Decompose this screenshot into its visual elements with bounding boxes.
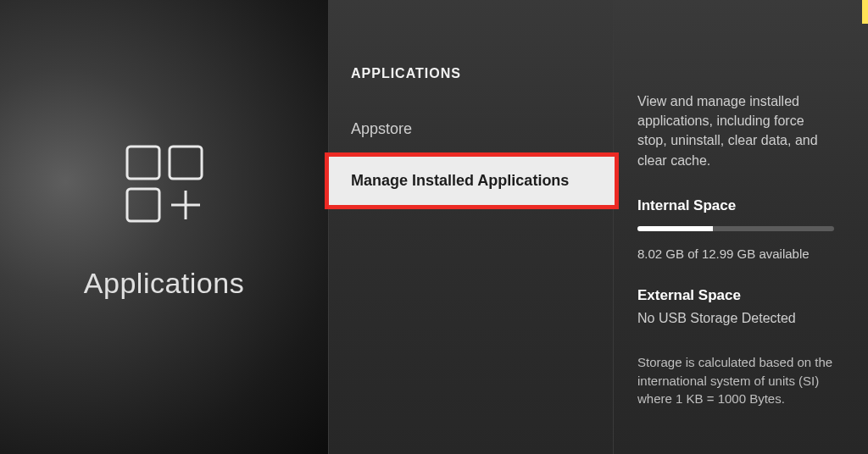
left-panel-title: Applications (84, 267, 244, 300)
detail-panel: View and manage installed applications, … (614, 0, 868, 454)
internal-space-bar (637, 226, 834, 231)
internal-space-detail: 8.02 GB of 12.99 GB available (637, 245, 834, 263)
menu-section-header: APPLICATIONS (329, 66, 613, 103)
external-space-label: External Space (637, 285, 834, 307)
menu-item-manage-installed-applications[interactable]: Manage Installed Applications (327, 155, 616, 207)
menu-panel: APPLICATIONS Appstore Manage Installed A… (329, 0, 614, 454)
svg-rect-1 (170, 147, 202, 179)
applications-icon (114, 138, 215, 240)
internal-space-bar-fill (637, 226, 713, 231)
internal-space-label: Internal Space (637, 196, 834, 217)
menu-item-appstore[interactable]: Appstore (329, 103, 613, 155)
svg-rect-2 (127, 189, 159, 221)
left-panel: Applications (0, 0, 329, 454)
external-space-detail: No USB Storage Detected (637, 308, 834, 328)
edge-overlay-strip (862, 0, 868, 24)
storage-note: Storage is calculated based on the inter… (637, 353, 834, 408)
svg-rect-0 (127, 147, 159, 179)
detail-description: View and manage installed applications, … (637, 91, 834, 170)
